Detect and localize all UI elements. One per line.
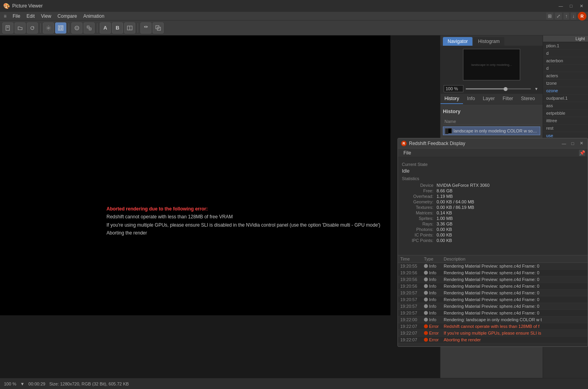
log-time: 19:20:57 [400, 297, 424, 302]
tab-history[interactable]: History [441, 94, 463, 104]
rs-stat-label: IPC Points: [402, 238, 433, 243]
rs-menu-file[interactable]: File [400, 149, 414, 156]
sidebar-item[interactable]: tzone [543, 80, 588, 87]
log-desc: Rendering Material Preview: sphere.c4d F… [444, 304, 585, 309]
sidebar-item[interactable]: eetpebble [543, 110, 588, 117]
tab-filter[interactable]: Filter [498, 94, 517, 104]
tab-histogram[interactable]: Histogram [473, 37, 504, 46]
rs-pin-btn[interactable]: 📌 [579, 150, 585, 156]
toolbar-brightness-btn[interactable] [71, 22, 82, 34]
toolbar-label-b-btn[interactable]: B [112, 22, 123, 34]
menu-edit[interactable]: Edit [23, 13, 38, 20]
error-line4: Aborting the render [106, 229, 380, 237]
status-zoom-dropdown[interactable]: ▼ [20, 382, 24, 386]
app-icon: 🎨 [3, 3, 10, 9]
log-time: 19:20:57 [400, 290, 424, 295]
error-line2: Redshift cannot operate with less than 1… [106, 213, 380, 221]
sidebar-item[interactable]: d [543, 65, 588, 72]
rs-stat-geometry: Geometry: 0.00 KB / 64.00 MB [402, 199, 584, 205]
status-zoom: 100 % [4, 382, 16, 386]
toolbar-extra-icon-4[interactable]: ↓ [571, 13, 576, 20]
toolbar-sep-3 [97, 23, 97, 33]
toolbar-extra-icon-3[interactable]: ↑ [564, 13, 569, 20]
error-text-container: Aborted rendering due to the following e… [106, 205, 380, 237]
sidebar-item[interactable]: oudpanel.1 [543, 95, 588, 102]
rs-stat-value: 0.00 KB / 86.19 MB [433, 205, 584, 210]
log-type: Error [424, 337, 444, 342]
minimize-button[interactable]: — [557, 2, 564, 9]
log-desc-error: Aborting the render [444, 337, 585, 342]
toolbar-sep-2 [69, 23, 69, 33]
rs-icon[interactable]: R [578, 12, 586, 20]
sidebar-item[interactable]: ass [543, 102, 588, 110]
tab-layer[interactable]: Layer [479, 94, 498, 104]
log-row: 19:20:56 Info Rendering Material Preview… [398, 283, 588, 290]
menu-file[interactable]: File [9, 13, 23, 20]
log-row: 19:22:00 Info Rendering: landscape in on… [398, 316, 588, 323]
rs-log-section: Time Type Description 19:20:55 Info Rend… [398, 255, 588, 347]
menu-animation[interactable]: Animation [80, 13, 107, 20]
toolbar-sep-4 [138, 23, 138, 33]
maximize-button[interactable]: □ [567, 2, 575, 9]
log-type: Info [424, 270, 444, 275]
tab-navigator[interactable]: Navigator [443, 37, 472, 46]
menu-compare[interactable]: Compare [54, 13, 80, 20]
rs-stat-rays: Rays: 3.36 GB [402, 221, 584, 227]
svg-rect-8 [61, 28, 62, 30]
rs-stat-value: 0.00 KB [433, 233, 584, 237]
svg-rect-11 [89, 28, 91, 30]
sidebar-item-highlighted[interactable]: ozone [543, 87, 588, 95]
toolbar-sep-1 [40, 23, 41, 33]
toolbar-new-btn[interactable] [2, 22, 13, 34]
toolbar-refresh-btn[interactable] [27, 22, 38, 34]
toolbar-crop-btn[interactable] [84, 22, 95, 34]
sidebar-item[interactable]: acters [543, 72, 588, 80]
sidebar-item[interactable]: rest [543, 125, 588, 132]
zoom-input[interactable] [444, 85, 463, 92]
log-desc: Rendering Material Preview: sphere.c4d F… [444, 297, 585, 302]
rs-stat-value: NVIDIA GeForce RTX 3060 [433, 183, 584, 188]
rs-minimize-btn[interactable]: — [561, 140, 567, 147]
status-size-info: Size: 1280x720, RGB (32 Bit), 605.72 KB [49, 382, 129, 386]
menu-icon[interactable]: ≡ [2, 13, 9, 20]
log-row: 19:20:57 Info Rendering Material Preview… [398, 303, 588, 310]
svg-rect-6 [61, 26, 62, 28]
log-type: Info [424, 304, 444, 309]
sidebar-item[interactable]: itttree [543, 117, 588, 125]
rs-stat-label: Sprites: [402, 216, 433, 221]
log-time: 19:20:57 [400, 311, 424, 315]
toolbar-compare-btn[interactable] [124, 22, 135, 34]
sidebar-item[interactable]: d [543, 50, 588, 57]
history-name-header: Name [443, 118, 540, 125]
toolbar-flip-btn[interactable] [140, 22, 151, 34]
history-row[interactable]: landscape in only modeling COLOR w sound [443, 127, 540, 135]
rs-logo-icon: R [401, 141, 407, 146]
zoom-slider-container[interactable] [466, 86, 531, 91]
toolbar-clone-btn[interactable] [153, 22, 164, 34]
toolbar-label-a-btn[interactable]: A [100, 22, 111, 34]
rs-close-btn[interactable]: ✕ [578, 140, 584, 147]
toolbar-extra-icon-1[interactable]: ⊞ [546, 13, 553, 20]
log-row: 19:20:55 Info Rendering Material Preview… [398, 263, 588, 270]
rs-restore-btn[interactable]: □ [569, 140, 576, 147]
toolbar-extra-icon-2[interactable]: ⤢ [555, 13, 562, 20]
rs-stat-free: Free: 8.66 GB [402, 188, 584, 194]
menu-view[interactable]: View [38, 13, 54, 20]
render-canvas [0, 35, 390, 315]
sidebar-item[interactable]: ption.1 [543, 42, 588, 50]
rs-stat-ic-points: IC Points: 0.00 KB [402, 232, 584, 238]
toolbar-settings-btn[interactable] [43, 22, 54, 34]
log-row: 19:20:56 Info Rendering Material Preview… [398, 270, 588, 276]
zoom-dropdown-btn[interactable]: ▼ [533, 86, 539, 92]
rs-stat-value: 0.14 KB [433, 210, 584, 215]
sidebar-item[interactable]: acterbon [543, 57, 588, 65]
log-type: Info [424, 290, 444, 295]
toolbar-render-btn[interactable] [55, 22, 66, 34]
status-time: 00:00:29 [28, 382, 45, 386]
tab-stereo[interactable]: Stereo [517, 94, 539, 104]
tab-info[interactable]: Info [463, 94, 479, 104]
toolbar-open-btn[interactable] [15, 22, 26, 34]
svg-rect-7 [59, 28, 60, 30]
close-button[interactable]: ✕ [578, 2, 585, 9]
zoom-control: ▼ [441, 84, 543, 94]
